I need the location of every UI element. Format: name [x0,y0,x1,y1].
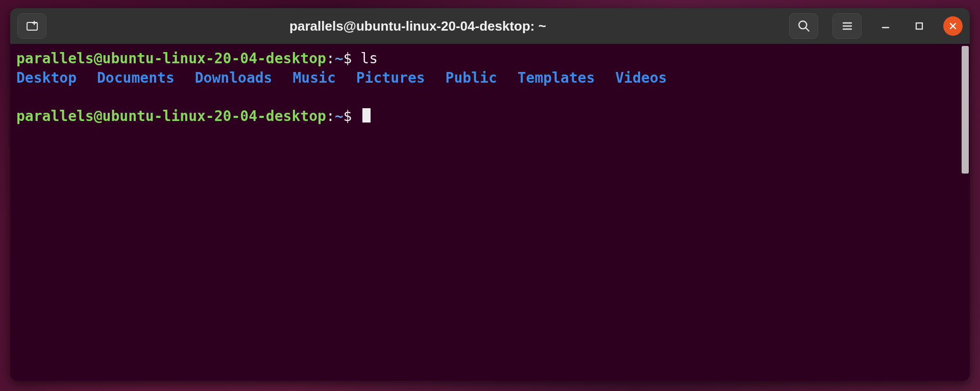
ls-output: DesktopDocumentsDownloadsMusicPicturesPu… [16,68,964,88]
prompt-user-host: parallels@ubuntu-linux-20-04-desktop [16,108,326,125]
ls-dir: Documents [97,69,175,86]
svg-rect-0 [27,22,37,30]
close-icon [949,22,957,30]
minimize-button[interactable] [876,16,895,36]
ls-dir: Downloads [195,69,273,86]
titlebar[interactable]: parallels@ubuntu-linux-20-04-desktop: ~ [10,8,970,44]
minimize-icon [881,21,890,31]
new-tab-button[interactable] [17,13,46,39]
ls-dir: Desktop [16,69,77,86]
prompt-user-host: parallels@ubuntu-linux-20-04-desktop [16,50,326,67]
ls-dir: Music [292,69,335,86]
search-button[interactable] [789,13,818,39]
menu-button[interactable] [832,13,862,39]
prompt-path: ~ [335,50,344,67]
ls-dir: Videos [615,69,667,86]
cursor [362,108,371,123]
prompt-dollar: $ [344,50,352,67]
terminal-window: parallels@ubuntu-linux-20-04-desktop: ~ [10,8,970,381]
new-tab-icon [25,20,39,32]
svg-rect-9 [916,23,922,29]
window-title: parallels@ubuntu-linux-20-04-desktop: ~ [51,18,785,34]
search-icon [797,19,811,33]
prompt-colon: : [326,108,335,125]
prompt-line-1: parallels@ubuntu-linux-20-04-desktop:~$ … [16,49,964,68]
prompt-dollar: $ [344,108,352,125]
close-button[interactable] [943,16,963,36]
prompt-line-2: parallels@ubuntu-linux-20-04-desktop:~$ [16,107,964,126]
ls-dir: Public [446,69,497,86]
prompt-path: ~ [335,108,344,125]
maximize-button[interactable] [910,16,929,36]
svg-line-4 [805,28,809,31]
ls-dir: Templates [518,69,595,86]
titlebar-right [789,13,963,39]
ls-dir: Pictures [356,69,425,86]
scrollbar-thumb[interactable] [962,46,969,174]
prompt-colon: : [326,50,335,67]
terminal-body[interactable]: parallels@ubuntu-linux-20-04-desktop:~$ … [10,44,970,381]
maximize-icon [915,21,924,31]
command-text: ls [360,50,378,67]
hamburger-icon [841,20,853,32]
